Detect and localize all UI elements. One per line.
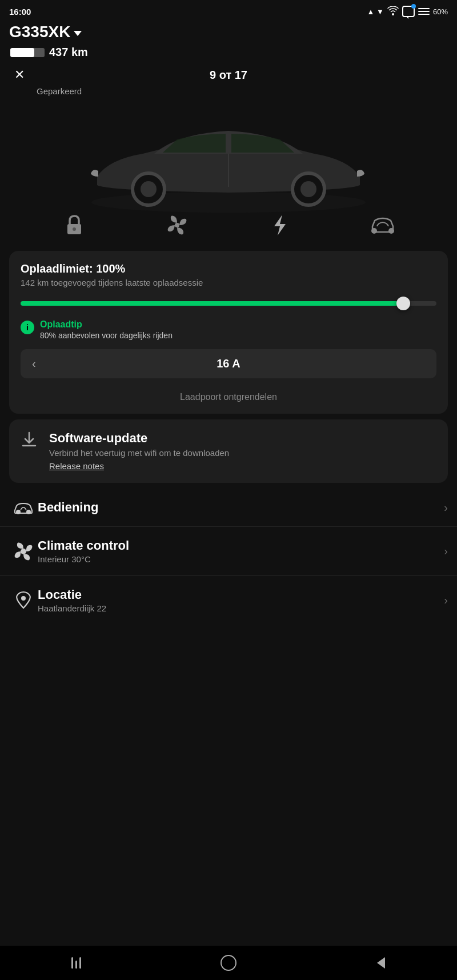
tip-title: Oplaadtip bbox=[40, 319, 173, 330]
update-title: Software-update bbox=[49, 431, 436, 446]
download-icon bbox=[21, 431, 38, 452]
status-icons: ▲ ▼ 60% bbox=[367, 5, 448, 18]
climate-content: Climate control Interieur 30°C bbox=[38, 538, 444, 564]
car-image-area bbox=[0, 97, 457, 222]
menu-list: Bediening › Climate control Interieur 30… bbox=[0, 489, 457, 625]
nav-back-icon bbox=[377, 957, 385, 969]
locatie-subtitle: Haatlanderdiijk 22 bbox=[38, 603, 444, 613]
nav-circle-icon bbox=[221, 955, 236, 971]
svg-point-10 bbox=[388, 228, 394, 234]
nav-bar bbox=[0, 946, 457, 980]
climate-chevron: › bbox=[444, 545, 448, 558]
update-description: Verbind het voertuig met wifi om te down… bbox=[49, 448, 436, 458]
battery-row: 437 km bbox=[1, 46, 457, 65]
tip-text: 80% aanbevolen voor dagelijks rijden bbox=[40, 331, 173, 340]
svg-point-8 bbox=[175, 223, 179, 227]
nav-home-button[interactable] bbox=[206, 951, 251, 974]
bediening-icon bbox=[9, 500, 38, 515]
locatie-chevron: › bbox=[444, 594, 448, 607]
car-silhouette bbox=[63, 102, 394, 217]
status-bar: 16:00 ▲ ▼ 60% bbox=[0, 0, 457, 21]
svg-point-7 bbox=[73, 227, 76, 231]
climate-title: Climate control bbox=[38, 538, 444, 553]
svg-point-15 bbox=[21, 596, 26, 601]
trunk-icon bbox=[370, 215, 395, 235]
content-area: G335XK 437 km ✕ 9 от 17 Geparkeerd bbox=[0, 21, 457, 670]
locatie-title: Locatie bbox=[38, 587, 444, 602]
car-header: G335XK bbox=[0, 21, 457, 46]
sub-header: ✕ 9 от 17 bbox=[0, 65, 457, 91]
charge-slider[interactable] bbox=[21, 297, 436, 310]
current-decrease-button[interactable]: ‹ bbox=[32, 357, 36, 370]
charging-card: Oplaadlimiet: 100% 142 km toegevoegd tij… bbox=[9, 251, 448, 414]
svg-point-4 bbox=[300, 181, 316, 197]
nav-lines-icon bbox=[71, 957, 81, 969]
svg-point-2 bbox=[141, 181, 157, 197]
wifi-icon bbox=[387, 6, 399, 17]
menu-item-climate[interactable]: Climate control Interieur 30°C › bbox=[0, 527, 457, 576]
svg-point-13 bbox=[26, 510, 31, 514]
svg-point-14 bbox=[21, 549, 26, 554]
current-selector: ‹ 16 A › bbox=[21, 349, 436, 378]
page-indicator: 9 от 17 bbox=[210, 69, 247, 82]
quick-actions bbox=[0, 205, 457, 245]
chat-icon[interactable] bbox=[402, 5, 415, 18]
status-time: 16:00 bbox=[9, 7, 31, 17]
battery-percentage: 60% bbox=[433, 7, 448, 16]
menu-item-bediening[interactable]: Bediening › bbox=[0, 489, 457, 527]
charge-limit-title: Oplaadlimiet: 100% bbox=[21, 262, 436, 275]
charge-action-button[interactable] bbox=[260, 205, 300, 245]
car-model-name: G335XK bbox=[9, 23, 70, 41]
svg-point-12 bbox=[16, 510, 21, 514]
tip-icon: i bbox=[21, 321, 34, 334]
slider-thumb[interactable] bbox=[396, 297, 410, 310]
signal-icon: ▲ ▼ bbox=[367, 7, 384, 16]
lock-icon bbox=[64, 214, 85, 237]
fan-icon bbox=[166, 214, 188, 236]
bediening-content: Bediening bbox=[38, 500, 444, 515]
release-notes-link[interactable]: Release notes bbox=[49, 461, 104, 471]
hamburger-menu[interactable] bbox=[418, 8, 430, 15]
tip-content: Oplaadtip 80% aanbevolen voor dagelijks … bbox=[40, 319, 173, 340]
locatie-content: Locatie Haatlanderdiijk 22 bbox=[38, 587, 444, 613]
battery-bar bbox=[10, 48, 45, 57]
fan-action-button[interactable] bbox=[157, 205, 197, 245]
nav-menu-button[interactable] bbox=[53, 951, 99, 974]
km-text: 437 km bbox=[49, 46, 88, 59]
current-value: 16 A bbox=[217, 357, 240, 370]
climate-subtitle: Interieur 30°C bbox=[38, 554, 444, 564]
menu-item-locatie[interactable]: Locatie Haatlanderdiijk 22 › bbox=[0, 576, 457, 625]
chevron-down-icon[interactable] bbox=[74, 31, 82, 36]
svg-point-9 bbox=[371, 228, 377, 234]
locatie-icon bbox=[9, 591, 38, 610]
car-model[interactable]: G335XK bbox=[9, 23, 82, 41]
bediening-chevron: › bbox=[444, 501, 448, 514]
slider-fill bbox=[21, 301, 403, 306]
bediening-title: Bediening bbox=[38, 500, 444, 515]
nav-back-button[interactable] bbox=[358, 951, 404, 974]
climate-icon bbox=[9, 542, 38, 561]
charge-session-text: 142 km toegevoegd tijdens laatste oplaad… bbox=[21, 278, 436, 287]
charge-tip: i Oplaadtip 80% aanbevolen voor dagelijk… bbox=[21, 319, 436, 340]
battery-fill bbox=[10, 48, 34, 57]
lightning-icon bbox=[272, 214, 288, 237]
software-update-card: Software-update Verbind het voertuig met… bbox=[9, 419, 448, 483]
lock-action-button[interactable] bbox=[54, 205, 94, 245]
close-button[interactable]: ✕ bbox=[9, 65, 30, 85]
unlock-port-button[interactable]: Laadpoort ontgrendelen bbox=[21, 390, 436, 402]
trunk-action-button[interactable] bbox=[363, 205, 403, 245]
